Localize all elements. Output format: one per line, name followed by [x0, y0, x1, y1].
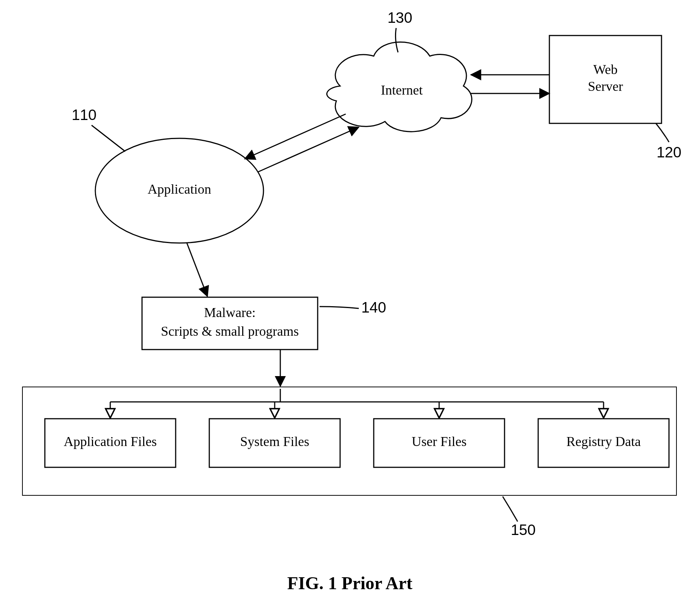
res2-label: System Files	[240, 434, 309, 449]
application-label: Application	[148, 182, 211, 197]
internet-node: Internet	[327, 42, 472, 132]
res3-label: User Files	[412, 434, 467, 449]
malware-label-1: Malware:	[204, 305, 256, 320]
leader-140	[320, 307, 359, 308]
ref-120: 120	[657, 144, 682, 160]
application-node: Application	[95, 138, 263, 243]
figure-caption: FIG. 1 Prior Art	[287, 573, 412, 593]
ref-140: 140	[361, 299, 386, 316]
webserver-node: Web Server	[549, 36, 662, 123]
arrow-application-to-internet	[258, 127, 359, 172]
leader-120	[656, 123, 669, 142]
leader-150	[503, 496, 518, 522]
malware-node: Malware: Scripts & small programs	[142, 297, 318, 350]
webserver-label-1: Web	[593, 62, 617, 77]
ref-110: 110	[72, 107, 97, 123]
arrow-application-to-malware	[187, 243, 207, 296]
malware-label-2: Scripts & small programs	[161, 324, 299, 339]
leader-110	[92, 125, 125, 151]
res4-label: Registry Data	[567, 434, 641, 449]
arrow-internet-to-application	[245, 114, 346, 159]
ref-130: 130	[388, 9, 413, 26]
internet-label: Internet	[381, 83, 423, 98]
diagram-canvas: Web Server Internet Application Malware:…	[0, 0, 700, 612]
ref-150: 150	[511, 522, 536, 538]
resources-container: Application Files System Files User File…	[22, 387, 676, 495]
res1-label: Application Files	[64, 434, 157, 449]
webserver-label-2: Server	[588, 79, 623, 94]
